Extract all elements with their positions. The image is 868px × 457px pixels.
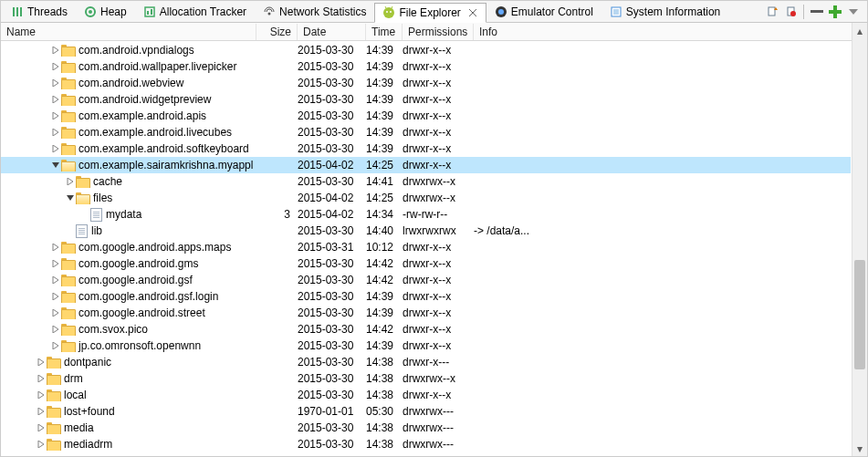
toolbar-divider — [803, 5, 804, 19]
expand-arrow-icon[interactable] — [50, 94, 61, 105]
expand-arrow-icon[interactable] — [50, 242, 61, 253]
tab-icon — [11, 5, 24, 18]
vertical-scrollbar[interactable]: ▴ ▾ — [852, 23, 867, 456]
cell-time: 14:39 — [366, 109, 403, 122]
expand-arrow-icon[interactable] — [36, 439, 47, 450]
close-icon[interactable] — [467, 7, 478, 18]
cell-time: 14:40 — [366, 224, 403, 237]
tree-row[interactable]: lost+found1970-01-0105:30drwxrwx--- — [1, 403, 851, 420]
cell-time: 14:34 — [366, 208, 403, 221]
new-button[interactable] — [827, 4, 843, 20]
col-header-permissions[interactable]: Permissions — [403, 24, 474, 40]
tree-row[interactable]: mydata32015-04-0214:34-rw-rw-r-- — [1, 206, 851, 223]
file-name-label: local — [64, 389, 87, 401]
tree-row[interactable]: com.android.wallpaper.livepicker2015-03-… — [1, 58, 851, 75]
tree-row[interactable]: lib2015-03-3014:40lrwxrwxrwx-> /data/a..… — [1, 223, 851, 239]
push-file-button[interactable] — [782, 4, 799, 20]
file-icon — [76, 224, 88, 238]
tree-row[interactable]: com.example.android.livecubes2015-03-301… — [1, 124, 851, 140]
cell-perm: drwxrwx--x — [403, 175, 474, 188]
tree-row[interactable]: com.android.vpndialogs2015-03-3014:39drw… — [1, 42, 851, 58]
tab-system-information[interactable]: System Information — [601, 2, 728, 22]
cell-date: 2015-03-30 — [298, 60, 366, 73]
expand-arrow-icon[interactable] — [50, 61, 61, 72]
tab-emulator-control[interactable]: Emulator Control — [486, 2, 601, 22]
folder-icon — [61, 159, 75, 171]
expand-arrow-icon[interactable] — [50, 78, 61, 88]
tree-row[interactable]: files2015-04-0214:25drwxrwx--x — [1, 190, 851, 206]
expand-arrow-icon[interactable] — [36, 373, 47, 384]
pull-file-button[interactable] — [764, 4, 780, 20]
expand-arrow-icon[interactable] — [36, 422, 47, 433]
expand-arrow-icon[interactable] — [50, 127, 61, 138]
tree-row[interactable]: com.google.android.gsf2015-03-3014:42drw… — [1, 272, 851, 288]
expand-arrow-icon[interactable] — [36, 406, 47, 417]
expand-arrow-icon[interactable] — [50, 275, 61, 286]
tree-row[interactable]: jp.co.omronsoft.openwnn2015-03-3014:39dr… — [1, 338, 851, 354]
tree-row[interactable]: com.example.sairamkrishna.myappl2015-04-… — [1, 157, 851, 173]
tab-label: Threads — [27, 5, 68, 18]
expand-arrow-icon[interactable] — [50, 340, 61, 351]
tree-row[interactable]: com.google.android.street2015-03-3014:39… — [1, 305, 851, 321]
expand-arrow-icon[interactable] — [50, 324, 61, 335]
scroll-thumb[interactable] — [854, 260, 865, 369]
tab-network-statistics[interactable]: Network Statistics — [255, 2, 374, 22]
folder-icon — [47, 356, 60, 369]
expand-arrow-icon[interactable] — [50, 143, 61, 154]
tree-row[interactable]: com.google.android.gsf.login2015-03-3014… — [1, 288, 851, 305]
tree-row[interactable]: com.google.android.apps.maps2015-03-3110… — [1, 239, 851, 255]
col-header-info[interactable]: Info — [474, 24, 867, 40]
expand-arrow-icon[interactable] — [50, 110, 61, 121]
expand-arrow-icon[interactable] — [50, 45, 61, 56]
tree-row[interactable]: cache2015-03-3014:41drwxrwx--x — [1, 173, 851, 190]
folder-icon — [76, 192, 89, 204]
svg-rect-4 — [151, 9, 152, 15]
file-name-label: com.android.wallpaper.livepicker — [78, 60, 236, 73]
cell-name: com.example.android.softkeyboard — [6, 142, 256, 155]
col-header-size[interactable]: Size — [256, 24, 298, 40]
col-header-time[interactable]: Time — [366, 24, 403, 40]
cell-time: 14:39 — [366, 126, 403, 139]
tree-row[interactable]: mediadrm2015-03-3014:38drwxrwx--- — [1, 436, 851, 452]
col-header-name[interactable]: Name — [1, 24, 256, 40]
tree-row[interactable]: com.android.webview2015-03-3014:39drwxr-… — [1, 75, 851, 91]
cell-time: 14:41 — [366, 175, 403, 188]
folder-icon — [61, 142, 75, 155]
expand-arrow-icon[interactable] — [50, 291, 61, 302]
tree-row[interactable]: com.example.android.apis2015-03-3014:39d… — [1, 108, 851, 124]
file-name-label: com.google.android.gms — [78, 257, 198, 270]
cell-perm: drwxrwx--x — [403, 192, 474, 204]
folder-icon — [61, 93, 75, 106]
cell-time: 14:39 — [366, 93, 403, 106]
tree-row[interactable]: dontpanic2015-03-3014:38drwxr-x--- — [1, 354, 851, 370]
tree-row[interactable]: com.example.android.softkeyboard2015-03-… — [1, 140, 851, 157]
cell-date: 2015-03-30 — [298, 339, 366, 352]
tree-row[interactable]: com.google.android.gms2015-03-3014:42drw… — [1, 255, 851, 272]
tree-row[interactable]: com.android.widgetpreview2015-03-3014:39… — [1, 91, 851, 108]
cell-perm: drwxr-x--x — [403, 389, 474, 401]
tree-row[interactable]: com.svox.pico2015-03-3014:42drwxr-x--x — [1, 321, 851, 338]
view-menu-button[interactable] — [845, 4, 862, 20]
delete-button[interactable] — [809, 4, 825, 20]
expand-arrow-icon[interactable] — [50, 258, 61, 269]
tab-file-explorer[interactable]: File Explorer — [374, 3, 486, 23]
col-header-date[interactable]: Date — [298, 24, 366, 40]
tree-row[interactable]: media2015-03-3014:38drwxrwx--- — [1, 420, 851, 436]
collapse-arrow-icon[interactable] — [50, 160, 61, 171]
tab-heap[interactable]: Heap — [76, 2, 135, 22]
scroll-down-button[interactable]: ▾ — [852, 441, 867, 456]
folder-icon — [61, 126, 75, 139]
tree-row[interactable]: local2015-03-3014:38drwxr-x--x — [1, 387, 851, 403]
tab-allocation-tracker[interactable]: Allocation Tracker — [135, 2, 255, 22]
expand-arrow-icon[interactable] — [50, 307, 61, 318]
expand-arrow-icon[interactable] — [65, 176, 76, 187]
expand-arrow-icon[interactable] — [36, 357, 47, 368]
tab-label: File Explorer — [399, 6, 460, 19]
tab-threads[interactable]: Threads — [3, 2, 76, 22]
scroll-up-button[interactable]: ▴ — [852, 23, 867, 38]
tree-row[interactable]: drm2015-03-3014:38drwxrwx--x — [1, 370, 851, 387]
cell-size: 3 — [256, 208, 298, 221]
cell-perm: -rw-rw-r-- — [403, 208, 474, 221]
expand-arrow-icon[interactable] — [36, 389, 47, 400]
collapse-arrow-icon[interactable] — [65, 192, 76, 203]
